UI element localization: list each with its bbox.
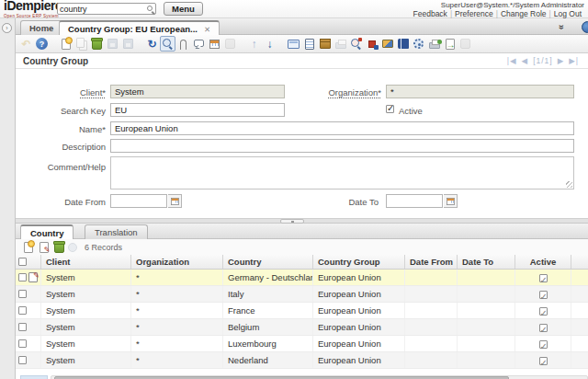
product-info-icon[interactable] — [395, 36, 411, 52]
cell-date-to — [458, 352, 515, 368]
row-edit-icon[interactable]: ✎ — [28, 272, 38, 282]
name-field[interactable]: European Union — [110, 121, 574, 135]
header-links: Feedback|Preference|Change Role|Log Out — [411, 9, 584, 18]
last-record-icon[interactable]: ▶| — [569, 56, 579, 65]
search-icon[interactable] — [147, 6, 153, 11]
name-label: Name* — [16, 124, 106, 134]
row-checkbox[interactable] — [18, 290, 27, 298]
paging-box[interactable] — [20, 375, 48, 379]
table-row[interactable]: System*ItalyEuropean Union — [16, 286, 588, 303]
tab-home[interactable]: Home — [20, 20, 62, 35]
date-from-field[interactable] — [110, 194, 167, 208]
tab-country-group[interactable]: Country Group: EU European...✕ — [59, 20, 220, 35]
zoom-across-icon[interactable] — [348, 36, 364, 52]
first-record-icon[interactable]: |◀ — [507, 56, 517, 65]
parent-record-icon[interactable]: ↑ — [246, 36, 262, 52]
cell-client: System — [41, 286, 131, 302]
attachment-icon[interactable] — [175, 36, 191, 52]
header-link-change-role[interactable]: Change Role — [498, 9, 549, 18]
export-icon[interactable] — [442, 36, 458, 52]
date-to-label: Date To — [288, 197, 379, 207]
cell-country-group: European Union — [313, 270, 405, 285]
save-icon — [105, 36, 120, 52]
requery-icon[interactable]: ↻ — [144, 36, 160, 52]
next-record-icon[interactable]: ▶ — [558, 56, 565, 65]
chat-icon[interactable] — [191, 36, 207, 52]
cell-active-checkbox — [539, 291, 548, 299]
archive-icon[interactable] — [317, 36, 333, 52]
globe-icon[interactable] — [582, 21, 588, 33]
client-label[interactable]: Client* — [16, 87, 106, 98]
calendar-icon[interactable] — [207, 36, 222, 52]
active-checkbox[interactable] — [386, 105, 394, 113]
column-header-country[interactable]: Country — [223, 255, 313, 269]
date-to-calendar-icon[interactable] — [444, 194, 458, 208]
cell-organization: * — [131, 286, 223, 302]
sidebar-expand-icon[interactable]: › — [2, 23, 12, 33]
cell-country: Belgium — [223, 319, 313, 335]
header-link-preference[interactable]: Preference — [452, 9, 496, 18]
row-checkbox[interactable] — [18, 339, 27, 348]
date-from-calendar-icon[interactable] — [168, 194, 182, 208]
menu-button[interactable]: Menu — [164, 2, 203, 16]
delete-row-icon[interactable] — [52, 240, 66, 254]
deselect-icon[interactable] — [68, 243, 77, 252]
select-all-checkbox[interactable] — [18, 258, 27, 266]
date-to-field[interactable] — [386, 194, 443, 208]
column-header-organization[interactable]: Organization — [131, 255, 223, 269]
previous-record-icon[interactable]: ◀ — [522, 56, 529, 65]
column-header-date-from[interactable]: Date From — [405, 255, 458, 269]
tab-close-icon[interactable]: ✕ — [204, 25, 210, 34]
delete-record-icon[interactable] — [89, 36, 105, 52]
description-field[interactable] — [110, 139, 574, 153]
detail-pane: Country Translation ✎ 6 Records ClientOr… — [16, 224, 588, 379]
tab-translation[interactable]: Translation — [85, 224, 148, 239]
detail-toolbar: ✎ 6 Records — [16, 239, 588, 255]
edit-row-icon[interactable]: ✎ — [37, 240, 51, 254]
cell-client: System — [41, 303, 131, 318]
process-icon[interactable] — [411, 36, 426, 52]
tab-country[interactable]: Country — [20, 224, 74, 239]
row-checkbox[interactable] — [18, 306, 27, 315]
header: iDempiere Open Source ERP System Menu Su… — [0, 0, 588, 18]
cell-country-group: European Union — [313, 352, 405, 368]
new-record-icon[interactable] — [58, 36, 74, 52]
record-navigation: |◀◀[1/1]▶▶| — [503, 56, 579, 65]
print-preview-icon[interactable] — [426, 36, 442, 52]
new-row-icon[interactable] — [21, 240, 35, 254]
row-checkbox[interactable] — [18, 273, 27, 281]
cell-organization: * — [131, 336, 223, 351]
table-row[interactable]: System*FranceEuropean Union — [16, 303, 588, 319]
table-row[interactable]: System*NederlandEuropean Union — [16, 352, 588, 369]
search-input[interactable] — [58, 5, 142, 15]
comment-help-field[interactable] — [110, 156, 574, 190]
find-record-icon[interactable] — [160, 36, 175, 52]
help-icon[interactable]: ? — [34, 36, 50, 52]
table-row[interactable]: ✎System*Germany - DeutschlandEuropean Un… — [16, 270, 588, 286]
cell-country: Italy — [223, 286, 313, 302]
header-link-log-out[interactable]: Log Out — [551, 9, 584, 18]
search-key-label: Search Key — [16, 106, 106, 116]
search-key-field[interactable]: EU — [110, 103, 285, 117]
cell-organization: * — [131, 270, 223, 285]
organization-label[interactable]: Organization* — [291, 87, 381, 98]
cell-organization: * — [131, 352, 223, 368]
table-row[interactable]: System*BelgiumEuropean Union — [16, 319, 588, 336]
column-header-active[interactable]: Active — [515, 255, 571, 269]
collapse-all-icon[interactable]: « — [557, 25, 567, 30]
cell-date-from — [405, 319, 458, 335]
column-header-date-to[interactable]: Date To — [458, 255, 515, 269]
active-workflows-icon[interactable] — [364, 36, 379, 52]
column-header-country-group[interactable]: Country Group — [313, 255, 405, 269]
row-checkbox[interactable] — [18, 356, 27, 364]
header-link-feedback[interactable]: Feedback — [411, 9, 450, 18]
horizontal-scrollbar[interactable] — [51, 375, 588, 379]
resize-grip-icon[interactable] — [566, 181, 572, 188]
detail-record-icon[interactable]: ↓ — [262, 36, 277, 52]
table-row[interactable]: System*LuxembourgEuropean Union — [16, 336, 588, 352]
report-icon[interactable] — [301, 36, 317, 52]
column-header-client[interactable]: Client — [41, 255, 131, 269]
row-checkbox[interactable] — [18, 323, 27, 331]
toggle-grid-icon[interactable] — [286, 36, 301, 52]
check-requests-icon[interactable] — [379, 36, 395, 52]
